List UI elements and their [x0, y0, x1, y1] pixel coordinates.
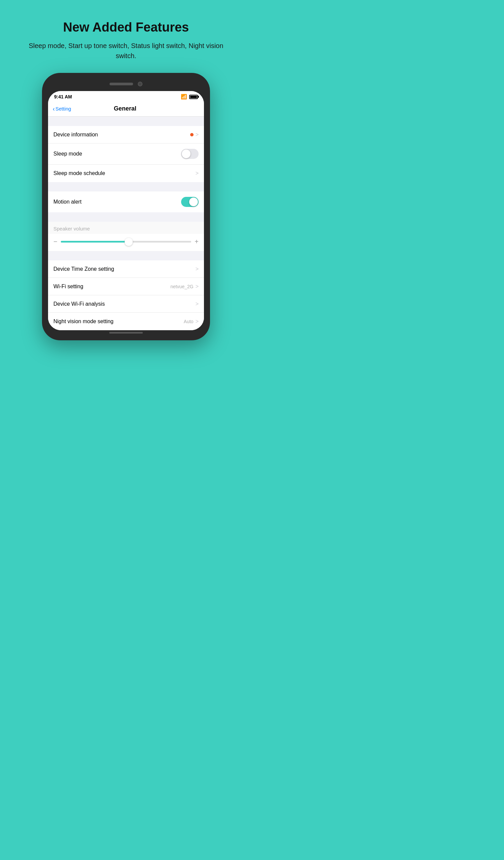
status-time: 9:41 AM — [54, 94, 72, 99]
section-separator-2 — [48, 182, 204, 191]
wifi-analysis-right: > — [196, 301, 199, 307]
list-section-1: Device information > Sleep mode Sleep mo… — [48, 126, 204, 182]
volume-label: Speaker volume — [54, 226, 90, 231]
sleep-mode-toggle-knob — [182, 149, 190, 158]
phone-speaker — [110, 83, 133, 85]
section-separator-3 — [48, 212, 204, 222]
back-chevron-icon: ‹ — [53, 106, 55, 112]
slider-row: − + — [48, 234, 204, 251]
nav-bar: ‹ Setting General — [48, 102, 204, 117]
time-zone-right: > — [196, 266, 199, 272]
volume-label-row: Speaker volume — [48, 222, 204, 234]
chevron-right-icon: > — [196, 132, 199, 138]
chevron-right-icon: > — [196, 266, 199, 272]
night-vision-value-text: Auto — [184, 319, 193, 324]
nav-title: General — [71, 105, 179, 112]
page-title: New Added Features — [63, 20, 189, 34]
wifi-analysis-label: Device Wi-Fi analysis — [54, 301, 105, 307]
sleep-mode-label: Sleep mode — [54, 151, 82, 157]
nav-back-label: Setting — [55, 106, 71, 112]
phone-frame: 9:41 AM 📶 ‹ Setting General Device infor… — [42, 73, 210, 340]
night-vision-label: Night vision mode setting — [54, 318, 114, 325]
wifi-setting-label: Wi-Fi setting — [54, 284, 83, 290]
status-bar: 9:41 AM 📶 — [48, 91, 204, 102]
phone-bottom-bar — [48, 330, 204, 334]
list-item-night-vision[interactable]: Night vision mode setting Auto > — [48, 313, 204, 330]
chevron-right-icon: > — [196, 301, 199, 307]
wifi-value-text: netvue_2G — [170, 284, 193, 289]
slider-fill — [61, 241, 129, 243]
volume-slider[interactable] — [61, 241, 191, 243]
time-zone-label: Device Time Zone setting — [54, 266, 114, 272]
list-section-4: Device Time Zone setting > Wi-Fi setting… — [48, 260, 204, 330]
battery-icon — [189, 95, 198, 99]
chevron-right-icon: > — [196, 170, 199, 176]
sleep-mode-schedule-right: > — [196, 170, 199, 176]
slider-minus-icon[interactable]: − — [54, 238, 57, 246]
list-item-wifi-analysis[interactable]: Device Wi-Fi analysis > — [48, 295, 204, 313]
list-item-time-zone[interactable]: Device Time Zone setting > — [48, 260, 204, 278]
chevron-right-icon: > — [196, 318, 199, 325]
list-item-wifi-setting[interactable]: Wi-Fi setting netvue_2G > — [48, 278, 204, 295]
slider-thumb[interactable] — [125, 238, 133, 246]
phone-screen: 9:41 AM 📶 ‹ Setting General Device infor… — [48, 91, 204, 330]
status-dot-icon — [190, 133, 193, 137]
sleep-mode-toggle[interactable] — [181, 149, 199, 159]
page-subtitle: Sleep mode, Start up tone switch, Status… — [25, 41, 227, 61]
list-item-device-information[interactable]: Device information > — [48, 126, 204, 143]
slider-plus-icon[interactable]: + — [195, 238, 199, 246]
nav-back-button[interactable]: ‹ Setting — [53, 106, 71, 112]
home-indicator — [109, 332, 143, 333]
wifi-icon: 📶 — [181, 94, 187, 100]
device-information-right: > — [190, 132, 199, 138]
list-item-motion-alert[interactable]: Motion alert — [48, 191, 204, 212]
section-separator-4 — [48, 251, 204, 260]
sleep-mode-schedule-label: Sleep mode schedule — [54, 170, 105, 176]
list-item-sleep-mode[interactable]: Sleep mode — [48, 143, 204, 164]
list-section-2: Motion alert — [48, 191, 204, 212]
status-icons: 📶 — [181, 94, 198, 100]
wifi-setting-right: netvue_2G > — [170, 284, 199, 290]
motion-alert-toggle[interactable] — [181, 197, 199, 207]
device-information-label: Device information — [54, 132, 98, 138]
night-vision-right: Auto > — [184, 318, 199, 325]
chevron-right-icon: > — [196, 284, 199, 290]
phone-top-bar — [48, 79, 204, 91]
phone-camera — [138, 82, 142, 86]
list-item-sleep-mode-schedule[interactable]: Sleep mode schedule > — [48, 164, 204, 182]
motion-alert-toggle-knob — [189, 198, 198, 206]
motion-alert-label: Motion alert — [54, 199, 82, 205]
volume-section: Speaker volume − + — [48, 222, 204, 251]
section-separator-1 — [48, 117, 204, 126]
